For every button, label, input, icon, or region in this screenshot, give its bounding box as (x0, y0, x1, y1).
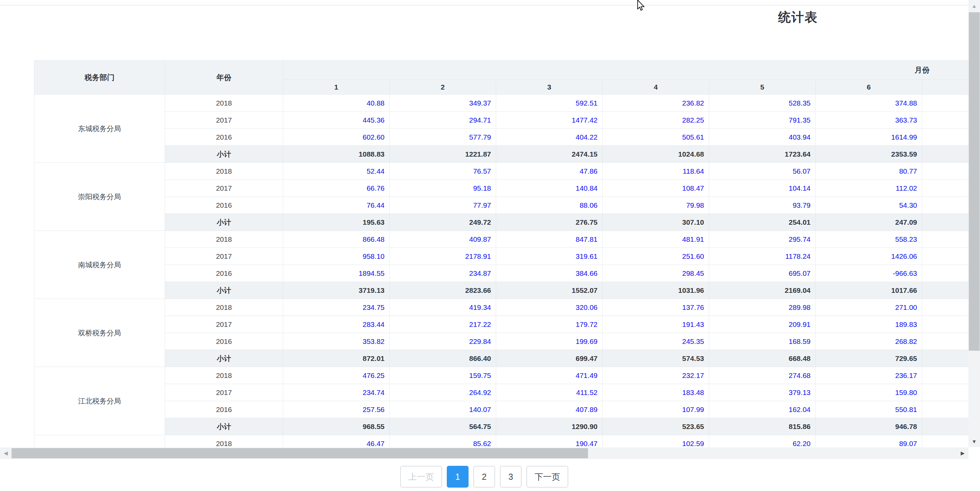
value-link[interactable]: 1614.99 (891, 133, 917, 141)
value-link[interactable]: 88.06 (579, 201, 598, 209)
value-link[interactable]: 234.75 (363, 303, 385, 311)
value-link[interactable]: 268.82 (895, 338, 917, 345)
value-link[interactable]: 234.87 (469, 269, 491, 277)
value-link[interactable]: 404.22 (576, 133, 598, 141)
value-link[interactable]: 102.59 (682, 440, 704, 447)
value-link[interactable]: 162.04 (789, 405, 811, 413)
scroll-left-arrow-icon[interactable]: ◀ (0, 447, 11, 459)
value-link[interactable]: 93.79 (792, 201, 811, 209)
value-link[interactable]: 47.86 (579, 167, 598, 175)
horizontal-scrollbar[interactable]: ◀ ▶ (0, 447, 969, 459)
value-link[interactable]: 62.20 (792, 440, 811, 447)
value-link[interactable]: 54.30 (899, 201, 917, 209)
prev-page-button[interactable]: 上一页 (400, 466, 442, 488)
value-link[interactable]: 577.79 (469, 133, 491, 141)
value-link[interactable]: 471.49 (576, 371, 598, 379)
value-link[interactable]: 2178.91 (465, 252, 491, 260)
value-link[interactable]: 363.73 (895, 116, 917, 124)
scroll-down-arrow-icon[interactable]: ▼ (969, 435, 980, 447)
value-link[interactable]: 1894.55 (359, 269, 385, 277)
value-link[interactable]: 199.69 (576, 338, 598, 345)
value-link[interactable]: 847.81 (576, 235, 598, 243)
value-link[interactable]: 179.72 (576, 320, 598, 328)
value-link[interactable]: 209.91 (789, 320, 811, 328)
value-link[interactable]: 245.35 (682, 338, 704, 345)
value-link[interactable]: 137.76 (682, 303, 704, 311)
value-link[interactable]: 40.88 (366, 99, 385, 107)
value-link[interactable]: 159.75 (469, 371, 491, 379)
value-link[interactable]: 274.68 (789, 371, 811, 379)
value-link[interactable]: 481.91 (682, 235, 704, 243)
value-link[interactable]: 168.59 (789, 338, 811, 345)
vertical-scrollbar[interactable]: ▲ ▼ (969, 0, 980, 447)
value-link[interactable]: 695.07 (789, 269, 811, 277)
page-number-button[interactable]: 3 (500, 466, 522, 488)
value-link[interactable]: 271.00 (895, 303, 917, 311)
value-link[interactable]: 558.23 (895, 235, 917, 243)
value-link[interactable]: 294.71 (469, 116, 491, 124)
value-link[interactable]: 56.07 (792, 167, 811, 175)
value-link[interactable]: 407.89 (576, 405, 598, 413)
value-link[interactable]: 79.98 (686, 201, 704, 209)
value-link[interactable]: 118.64 (682, 167, 704, 175)
value-link[interactable]: 217.22 (469, 320, 491, 328)
value-link[interactable]: 234.74 (363, 389, 385, 396)
value-link[interactable]: -966.63 (893, 269, 917, 277)
value-link[interactable]: 104.14 (789, 184, 811, 192)
value-link[interactable]: 66.76 (366, 184, 385, 192)
value-link[interactable]: 1477.42 (572, 116, 598, 124)
value-link[interactable]: 374.88 (895, 99, 917, 107)
value-link[interactable]: 232.17 (682, 371, 704, 379)
value-link[interactable]: 282.25 (682, 116, 704, 124)
value-link[interactable]: 85.62 (473, 440, 491, 447)
value-link[interactable]: 379.13 (789, 389, 811, 396)
value-link[interactable]: 411.52 (576, 389, 598, 396)
value-link[interactable]: 251.60 (682, 252, 704, 260)
value-link[interactable]: 602.60 (363, 133, 385, 141)
value-link[interactable]: 409.87 (469, 235, 491, 243)
value-link[interactable]: 140.84 (576, 184, 598, 192)
value-link[interactable]: 76.44 (366, 201, 385, 209)
value-link[interactable]: 403.94 (789, 133, 811, 141)
horizontal-scrollbar-thumb[interactable] (11, 448, 588, 458)
value-link[interactable]: 159.80 (895, 389, 917, 396)
value-link[interactable]: 89.07 (899, 440, 917, 447)
scroll-right-arrow-icon[interactable]: ▶ (957, 447, 969, 459)
value-link[interactable]: 236.17 (895, 371, 917, 379)
value-link[interactable]: 236.82 (682, 99, 704, 107)
value-link[interactable]: 191.43 (682, 320, 704, 328)
value-link[interactable]: 349.37 (469, 99, 491, 107)
value-link[interactable]: 140.07 (469, 405, 491, 413)
vertical-scrollbar-thumb[interactable] (969, 12, 980, 351)
value-link[interactable]: 183.48 (682, 389, 704, 396)
value-link[interactable]: 550.81 (895, 405, 917, 413)
value-link[interactable]: 76.57 (473, 167, 491, 175)
value-link[interactable]: 52.44 (366, 167, 385, 175)
value-link[interactable]: 108.47 (682, 184, 704, 192)
value-link[interactable]: 229.84 (469, 338, 491, 345)
value-link[interactable]: 189.83 (895, 320, 917, 328)
value-link[interactable]: 46.47 (366, 440, 385, 447)
value-link[interactable]: 476.25 (363, 371, 385, 379)
value-link[interactable]: 1426.06 (891, 252, 917, 260)
value-link[interactable]: 528.35 (789, 99, 811, 107)
value-link[interactable]: 791.35 (789, 116, 811, 124)
page-number-button[interactable]: 1 (447, 466, 469, 488)
value-link[interactable]: 257.56 (363, 405, 385, 413)
value-link[interactable]: 866.48 (363, 235, 385, 243)
value-link[interactable]: 505.61 (682, 133, 704, 141)
value-link[interactable]: 419.34 (469, 303, 491, 311)
value-link[interactable]: 283.44 (363, 320, 385, 328)
value-link[interactable]: 320.06 (576, 303, 598, 311)
value-link[interactable]: 289.98 (789, 303, 811, 311)
value-link[interactable]: 190.47 (576, 440, 598, 447)
value-link[interactable]: 1178.24 (785, 252, 811, 260)
value-link[interactable]: 384.66 (576, 269, 598, 277)
value-link[interactable]: 295.74 (789, 235, 811, 243)
value-link[interactable]: 107.99 (682, 405, 704, 413)
value-link[interactable]: 319.61 (576, 252, 598, 260)
value-link[interactable]: 77.97 (473, 201, 491, 209)
value-link[interactable]: 80.77 (899, 167, 917, 175)
value-link[interactable]: 592.51 (576, 99, 598, 107)
value-link[interactable]: 353.82 (363, 338, 385, 345)
